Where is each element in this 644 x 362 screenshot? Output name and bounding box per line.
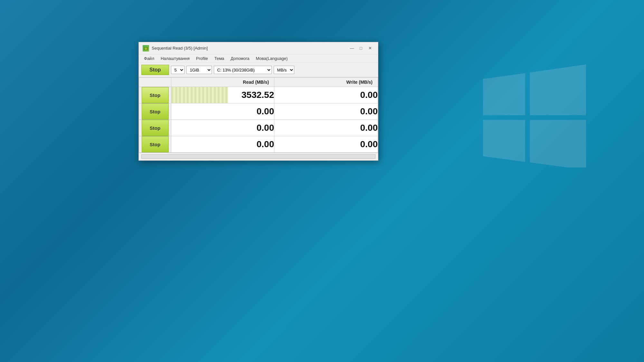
write-value-text-1: 0.00 [360, 90, 378, 100]
stripe-animation [171, 87, 228, 103]
write-value-text-2: 0.00 [360, 106, 378, 116]
progress-bar-container [139, 153, 378, 160]
read-value-1: 3532.52 [171, 87, 274, 103]
table-row: Stop 0.00 0.00 [139, 120, 378, 136]
main-stop-button[interactable]: Stop [141, 65, 169, 75]
write-value-3: 0.00 [274, 120, 378, 136]
stop-btn-cell: Stop [139, 136, 171, 153]
maximize-button[interactable]: □ [357, 45, 365, 52]
menu-help[interactable]: Допомога [228, 55, 252, 62]
read-value-text-2: 0.00 [257, 106, 274, 116]
title-controls: — □ ✕ [348, 45, 374, 52]
svg-marker-1 [530, 64, 586, 115]
col-header-write: Write (MB/s) [274, 78, 378, 87]
stop-button-2[interactable]: Stop [142, 103, 169, 119]
stop-btn-cell: Stop [139, 120, 171, 136]
minimize-button[interactable]: — [348, 45, 356, 52]
write-value-4: 0.00 [274, 136, 378, 153]
menu-profile[interactable]: Profile [194, 55, 211, 62]
read-value-3: 0.00 [171, 120, 274, 136]
progress-bar [141, 154, 375, 159]
title-bar: Sequential Read (3/5) [Admin] — □ ✕ [139, 42, 378, 54]
table-header: Read (MB/s) Write (MB/s) [139, 78, 378, 87]
stop-button-4[interactable]: Stop [142, 136, 169, 152]
table-row: Stop 0.00 0.00 [139, 103, 378, 120]
col-header-btn [139, 78, 171, 87]
count-select[interactable]: 5 3 1 [171, 66, 185, 74]
svg-point-6 [146, 48, 146, 49]
menu-bar: Файл Налаштування Profile Тема Допомога … [139, 54, 378, 63]
stop-button-1[interactable]: Stop [142, 87, 169, 103]
read-value-text-1: 3532.52 [242, 90, 274, 100]
unit-select[interactable]: MB/s GB/s [274, 66, 294, 74]
stop-button-3[interactable]: Stop [142, 120, 169, 136]
menu-file[interactable]: Файл [141, 55, 157, 62]
write-value-1: 0.00 [274, 87, 378, 103]
svg-marker-0 [483, 73, 525, 115]
window-title: Sequential Read (3/5) [Admin] [152, 46, 208, 51]
read-value-2: 0.00 [171, 103, 274, 120]
app-icon [143, 45, 149, 52]
read-value-4: 0.00 [171, 136, 274, 153]
read-value-text-3: 0.00 [257, 123, 274, 133]
data-table: Read (MB/s) Write (MB/s) Stop 3532.52 0.… [139, 77, 378, 153]
size-select[interactable]: 1GiB 512MiB 256MiB [186, 66, 212, 74]
read-value-text-4: 0.00 [257, 139, 274, 149]
svg-marker-3 [530, 120, 586, 167]
title-bar-left: Sequential Read (3/5) [Admin] [143, 45, 208, 52]
app-window: Sequential Read (3/5) [Admin] — □ ✕ Файл… [138, 42, 378, 161]
table-row: Stop 3532.52 0.00 [139, 87, 378, 103]
menu-language[interactable]: Мова(Language) [253, 55, 290, 62]
stop-btn-cell: Stop [139, 103, 171, 120]
write-value-text-4: 0.00 [360, 139, 378, 149]
col-header-read: Read (MB/s) [171, 78, 274, 87]
toolbar: Stop 5 3 1 1GiB 512MiB 256MiB C: 13% (30… [139, 63, 378, 77]
write-value-2: 0.00 [274, 103, 378, 120]
menu-theme[interactable]: Тема [212, 55, 227, 62]
windows-logo [483, 64, 586, 167]
drive-select[interactable]: C: 13% (30/238GiB) [214, 66, 272, 74]
write-value-text-3: 0.00 [360, 123, 378, 133]
menu-settings[interactable]: Налаштування [158, 55, 192, 62]
stop-btn-cell: Stop [139, 87, 171, 103]
svg-marker-2 [483, 120, 525, 162]
close-button[interactable]: ✕ [366, 45, 374, 52]
table-row: Stop 0.00 0.00 [139, 136, 378, 153]
